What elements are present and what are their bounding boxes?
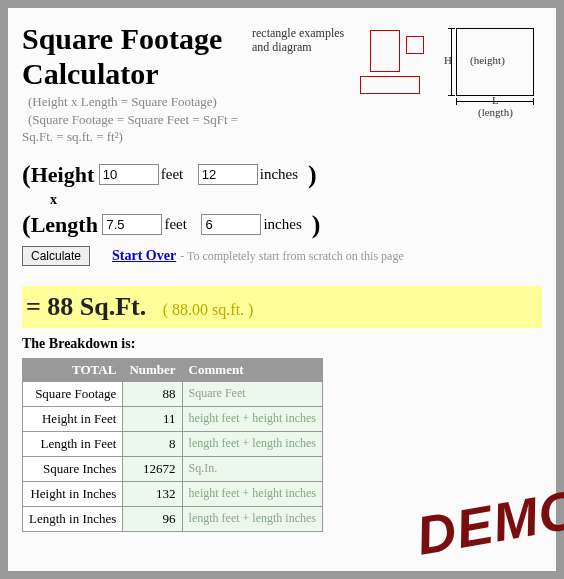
table-row: Square Inches12672Sq.In. xyxy=(23,456,323,481)
table-row: Length in Inches96length feet + length i… xyxy=(23,506,323,531)
row-label: Length in Inches xyxy=(23,506,123,531)
example-rect xyxy=(360,76,420,94)
length-label: (length) xyxy=(478,106,513,118)
row-number: 12672 xyxy=(123,456,182,481)
diagram: rectangle examples and diagram H (height… xyxy=(252,22,542,146)
row-comment: Square Feet xyxy=(182,381,322,406)
length-feet-input[interactable] xyxy=(102,214,162,235)
multiply-label: x xyxy=(50,192,542,208)
breakdown-title: The Breakdown is: xyxy=(22,336,542,352)
table-row: Square Footage88Square Feet xyxy=(23,381,323,406)
row-number: 88 xyxy=(123,381,182,406)
l-axis-label: L xyxy=(492,94,499,106)
demo-watermark: DEMO xyxy=(412,477,564,567)
row-label: Square Footage xyxy=(23,381,123,406)
page-title: Square Footage Calculator xyxy=(22,22,252,91)
row-comment: length feet + length inches xyxy=(182,431,322,456)
row-comment: Sq.In. xyxy=(182,456,322,481)
height-label: Height xyxy=(31,162,95,187)
col-comment: Comment xyxy=(182,358,322,381)
row-number: 8 xyxy=(123,431,182,456)
row-number: 11 xyxy=(123,406,182,431)
example-rect xyxy=(370,30,400,72)
row-number: 132 xyxy=(123,481,182,506)
breakdown-table: TOTAL Number Comment Square Footage88Squ… xyxy=(22,358,323,532)
example-rect xyxy=(406,36,424,54)
row-label: Height in Feet xyxy=(23,406,123,431)
row-label: Square Inches xyxy=(23,456,123,481)
result-main: = 88 Sq.Ft. xyxy=(26,292,146,321)
inches-unit: inches xyxy=(263,216,301,232)
row-comment: length feet + length inches xyxy=(182,506,322,531)
paren-close: ) xyxy=(308,160,317,189)
result-sub: ( 88.00 sq.ft. ) xyxy=(163,301,254,318)
table-row: Height in Feet11height feet + height inc… xyxy=(23,406,323,431)
row-comment: height feet + height inches xyxy=(182,406,322,431)
calculate-button[interactable]: Calculate xyxy=(22,246,90,266)
feet-unit: feet xyxy=(164,216,186,232)
col-total: TOTAL xyxy=(23,358,123,381)
height-feet-input[interactable] xyxy=(99,164,159,185)
subtitle: (Height x Length = Square Footage) (Squa… xyxy=(28,93,252,146)
row-comment: height feet + height inches xyxy=(182,481,322,506)
inches-unit: inches xyxy=(260,166,298,182)
row-label: Height in Inches xyxy=(23,481,123,506)
col-number: Number xyxy=(123,358,182,381)
calculator-form: (Height feet inches) x (Length feet inch… xyxy=(22,160,542,266)
start-over-note: - To completely start from scratch on th… xyxy=(180,249,404,263)
result-bar: = 88 Sq.Ft. ( 88.00 sq.ft. ) xyxy=(22,286,542,328)
feet-unit: feet xyxy=(161,166,183,182)
start-over-link[interactable]: Start Over xyxy=(112,248,176,263)
subtitle-line: (Height x Length = Square Footage) xyxy=(28,93,252,111)
table-row: Length in Feet8length feet + length inch… xyxy=(23,431,323,456)
subtitle-line: Sq.Ft. = sq.ft. = ft²) xyxy=(22,128,252,146)
table-row: Height in Inches132height feet + height … xyxy=(23,481,323,506)
paren-open: ( xyxy=(22,210,31,239)
length-inches-input[interactable] xyxy=(201,214,261,235)
row-label: Length in Feet xyxy=(23,431,123,456)
paren-open: ( xyxy=(22,160,31,189)
row-number: 96 xyxy=(123,506,182,531)
length-label: Length xyxy=(31,212,98,237)
height-label: (height) xyxy=(470,54,505,66)
paren-close: ) xyxy=(312,210,321,239)
height-inches-input[interactable] xyxy=(198,164,258,185)
subtitle-line: (Square Footage = Square Feet = SqFt = xyxy=(28,111,252,129)
